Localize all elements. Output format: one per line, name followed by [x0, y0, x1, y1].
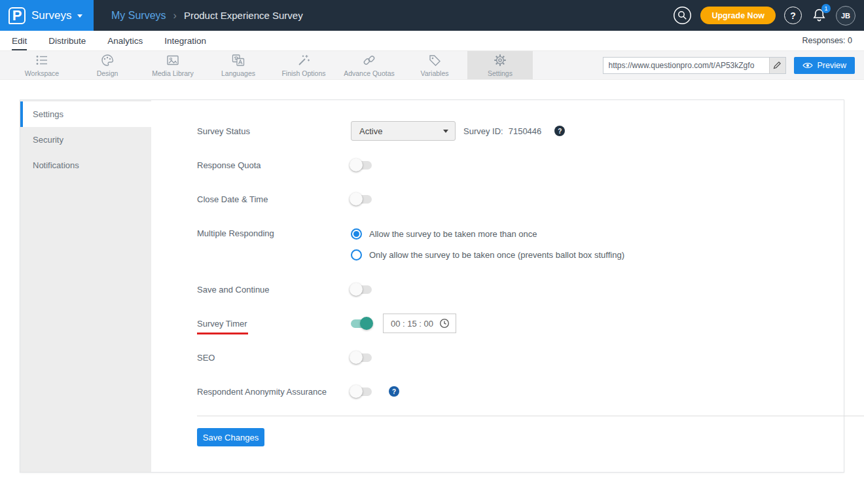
radio-unselected-icon — [351, 249, 362, 261]
notifications-button[interactable]: 1 — [810, 7, 827, 24]
response-quota-label: Response Quota — [197, 160, 351, 170]
setting-row-multiple-responding: Multiple Responding Allow the survey to … — [197, 223, 864, 265]
survey-timer-toggle[interactable] — [351, 319, 372, 328]
toolbar-item-advance-quotas[interactable]: Advance Quotas — [336, 51, 402, 79]
app-name: Surveys — [31, 9, 71, 22]
languages-icon — [231, 53, 245, 67]
anonymity-toggle[interactable] — [351, 387, 372, 396]
radio-selected-icon — [351, 228, 362, 240]
radio-option-multiple-allowed[interactable]: Allow the survey to be taken more than o… — [351, 223, 624, 244]
edit-toolbar: Workspace Design Media Library Languages — [0, 51, 864, 80]
close-date-toggle[interactable] — [351, 195, 372, 204]
setting-row-anonymity: Respondent Anonymity Assurance ? — [197, 382, 864, 401]
clock-icon — [439, 318, 450, 329]
close-date-label: Close Date & Time — [197, 194, 351, 204]
sidebar-item-security[interactable]: Security — [20, 127, 151, 153]
seo-label: SEO — [197, 353, 351, 363]
topbar-actions: Upgrade Now ? 1 JB — [673, 0, 855, 31]
setting-row-seo: SEO — [197, 348, 864, 367]
save-continue-label: Save and Continue — [197, 285, 351, 295]
workspace-icon — [35, 53, 49, 67]
chain-links-icon — [362, 53, 376, 67]
seo-toggle[interactable] — [351, 353, 372, 362]
module-tabs: Edit Distribute Analytics Integration — [12, 31, 206, 50]
survey-url-box — [603, 57, 786, 74]
module-nav: Edit Distribute Analytics Integration Re… — [0, 31, 864, 51]
question-mark-icon: ? — [790, 10, 796, 21]
gear-icon — [493, 53, 507, 67]
multiple-responding-label: Multiple Responding — [197, 228, 351, 238]
response-quota-toggle[interactable] — [351, 161, 372, 170]
settings-sidebar: Settings Security Notifications — [20, 100, 151, 472]
tab-edit[interactable]: Edit — [12, 31, 27, 50]
tag-icon — [427, 53, 442, 67]
toolbar-item-settings[interactable]: Settings — [467, 51, 533, 79]
help-button[interactable]: ? — [784, 7, 802, 24]
survey-id-value: 7150446 — [509, 126, 542, 136]
survey-id-label: Survey ID: — [463, 126, 503, 136]
search-icon — [673, 6, 692, 25]
toolbar-item-finish-options[interactable]: Finish Options — [271, 51, 336, 79]
preview-button[interactable]: Preview — [794, 57, 855, 74]
sidebar-item-settings[interactable]: Settings — [20, 101, 151, 127]
annotation-red-underline — [197, 333, 248, 334]
breadcrumb-my-surveys[interactable]: My Surveys — [111, 10, 166, 22]
pencil-icon — [773, 61, 782, 69]
app-switcher[interactable]: P Surveys — [0, 0, 94, 31]
toolbar-item-languages[interactable]: Languages — [206, 51, 271, 79]
notification-badge: 1 — [821, 4, 831, 13]
image-icon — [166, 53, 180, 67]
radio-option-once-only[interactable]: Only allow the survey to be taken once (… — [351, 244, 624, 265]
avatar[interactable]: JB — [836, 6, 855, 26]
anonymity-label: Respondent Anonymity Assurance — [197, 387, 351, 397]
breadcrumb: My Surveys › Product Experience Survey — [111, 10, 303, 22]
setting-row-survey-timer: Survey Timer 00 : 15 : 00 — [197, 314, 864, 333]
setting-row-response-quota: Response Quota — [197, 155, 864, 175]
setting-row-close-date: Close Date & Time — [197, 189, 864, 209]
survey-status-label: Survey Status — [197, 126, 351, 136]
topbar: P Surveys My Surveys › Product Experienc… — [0, 0, 864, 31]
toolbar-item-media-library[interactable]: Media Library — [140, 51, 206, 79]
anonymity-help-icon[interactable]: ? — [389, 386, 399, 397]
survey-url-input[interactable] — [603, 61, 769, 70]
setting-row-survey-status: Survey Status Active Survey ID: 7150446 … — [197, 121, 864, 141]
chevron-down-icon — [77, 14, 82, 18]
questionpro-logo-icon: P — [9, 7, 26, 24]
tab-analytics[interactable]: Analytics — [107, 31, 143, 50]
chevron-down-icon — [443, 130, 448, 133]
upgrade-now-button[interactable]: Upgrade Now — [700, 7, 776, 24]
survey-timer-label: Survey Timer — [197, 319, 351, 329]
setting-row-save-continue: Save and Continue — [197, 279, 864, 299]
search-button[interactable] — [673, 6, 692, 25]
survey-timer-input[interactable]: 00 : 15 : 00 — [383, 314, 456, 333]
responses-count: Responses: 0 — [802, 36, 852, 45]
save-changes-button[interactable]: Save Changes — [197, 428, 264, 446]
toolbar-item-variables[interactable]: Variables — [402, 51, 467, 79]
sidebar-item-notifications[interactable]: Notifications — [20, 153, 151, 178]
toolbar-item-workspace[interactable]: Workspace — [9, 51, 75, 79]
edit-url-button[interactable] — [769, 58, 785, 73]
magic-wand-icon — [297, 53, 311, 67]
toolbar-right: Preview — [603, 51, 864, 79]
form-divider — [197, 416, 864, 416]
tab-integration[interactable]: Integration — [164, 31, 206, 50]
settings-card: Settings Security Notifications Survey S… — [20, 99, 844, 473]
breadcrumb-separator-icon: › — [173, 10, 177, 22]
save-continue-toggle[interactable] — [351, 285, 372, 294]
eye-icon — [802, 62, 813, 69]
palette-icon — [100, 53, 115, 67]
settings-form: Survey Status Active Survey ID: 7150446 … — [151, 100, 864, 472]
tab-distribute[interactable]: Distribute — [48, 31, 86, 50]
toolbar-item-design[interactable]: Design — [75, 51, 140, 79]
survey-id-help-icon[interactable]: ? — [554, 126, 565, 136]
multiple-responding-options: Allow the survey to be taken more than o… — [351, 223, 624, 265]
survey-status-dropdown[interactable]: Active — [351, 121, 456, 141]
breadcrumb-current-survey: Product Experience Survey — [184, 10, 303, 21]
